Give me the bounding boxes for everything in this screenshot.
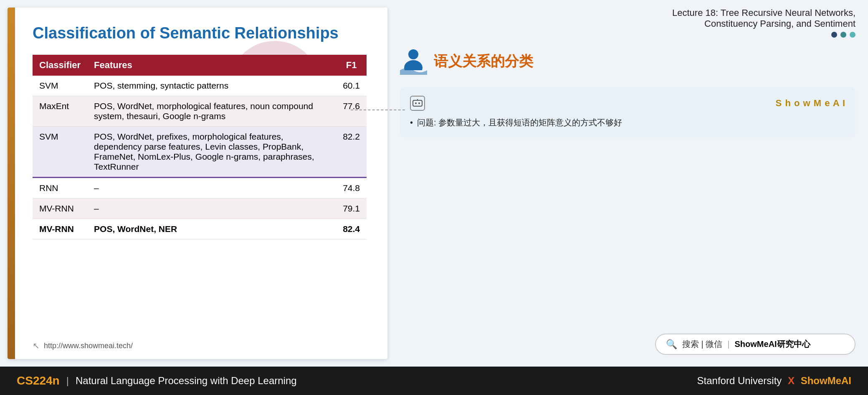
cell-f1: 82.2 xyxy=(336,127,367,178)
cell-classifier: MV-RNN xyxy=(33,219,87,240)
search-bar[interactable]: 🔍 搜索 | 微信 | ShowMeAI研究中心 xyxy=(655,334,855,355)
slide-title: Classification of Semantic Relationships xyxy=(33,24,367,42)
ai-icon xyxy=(410,96,425,111)
svg-rect-3 xyxy=(413,100,422,106)
cell-f1: 74.8 xyxy=(336,178,367,199)
footer-link[interactable]: http://www.showmeai.tech/ xyxy=(44,341,133,350)
bottom-bar: CS224n | Natural Language Processing wit… xyxy=(0,367,868,395)
table-row: MaxEnt POS, WordNet, morphological featu… xyxy=(33,96,367,127)
cell-features: POS, WordNet, prefixes, morphological fe… xyxy=(87,127,336,178)
dots-container xyxy=(672,32,855,38)
right-header: Lecture 18: Tree Recursive Neural Networ… xyxy=(400,8,855,38)
chat-header: S h o w M e A I xyxy=(410,96,845,111)
main-container: Classification of Semantic Relationships… xyxy=(0,0,868,395)
search-divider: | xyxy=(727,339,729,349)
stanford-label: Stanford University xyxy=(697,375,782,386)
cell-features: – xyxy=(87,178,336,199)
table-row: RNN – 74.8 xyxy=(33,178,367,199)
table-row: SVM POS, stemming, syntactic patterns 60… xyxy=(33,76,367,96)
cell-classifier: MV-RNN xyxy=(33,199,87,219)
cell-classifier: RNN xyxy=(33,178,87,199)
dot-teal xyxy=(840,32,846,38)
cell-features: – xyxy=(87,199,336,219)
classifier-table: Classifier Features F1 SVM POS, stemming… xyxy=(33,55,367,240)
search-icon: 🔍 xyxy=(666,339,677,350)
content-area: Classification of Semantic Relationships… xyxy=(0,0,868,367)
showmeai-brand: S h o w M e A I xyxy=(776,98,845,109)
lecture-text-block: Lecture 18: Tree Recursive Neural Networ… xyxy=(672,8,855,38)
dashed-connector xyxy=(351,110,405,110)
cell-classifier: MaxEnt xyxy=(33,96,87,127)
bottom-right: Stanford University X ShowMeAI xyxy=(697,375,851,387)
slide-footer: ↖ http://www.showmeai.tech/ xyxy=(33,341,133,351)
col-header-f1: F1 xyxy=(336,55,367,76)
chat-bullet: • 问题: 参数量过大，且获得短语的矩阵意义的方式不够好 xyxy=(410,116,845,129)
cs224n-label: CS224n xyxy=(17,374,60,387)
chat-box: S h o w M e A I • 问题: 参数量过大，且获得短语的矩阵意义的方… xyxy=(400,87,855,138)
slide-panel: Classification of Semantic Relationships… xyxy=(8,8,387,359)
person-icon xyxy=(400,48,427,75)
svg-point-0 xyxy=(408,49,418,59)
footer-subtitle: Natural Language Processing with Deep Le… xyxy=(76,375,297,387)
table-row: MV-RNN POS, WordNet, NER 82.4 xyxy=(33,219,367,240)
bottom-left: CS224n | Natural Language Processing wit… xyxy=(17,374,297,387)
cursor-icon: ↖ xyxy=(33,341,40,351)
search-brand: ShowMeAI研究中心 xyxy=(735,339,810,350)
cell-features: POS, stemming, syntactic patterns xyxy=(87,76,336,96)
col-header-features: Features xyxy=(87,55,336,76)
x-separator: X xyxy=(788,375,797,386)
svg-point-5 xyxy=(418,102,420,104)
dot-dark xyxy=(831,32,837,38)
cell-classifier: SVM xyxy=(33,76,87,96)
chat-text: 问题: 参数量过大，且获得短语的矩阵意义的方式不够好 xyxy=(417,116,622,129)
table-row: MV-RNN – 79.1 xyxy=(33,199,367,219)
cell-f1: 79.1 xyxy=(336,199,367,219)
dot-teal2 xyxy=(850,32,855,38)
showmeai-footer-label: ShowMeAI xyxy=(801,375,851,386)
chat-content: • 问题: 参数量过大，且获得短语的矩阵意义的方式不够好 xyxy=(410,116,845,129)
separator: | xyxy=(66,375,69,387)
bottom-search-row: 🔍 搜索 | 微信 | ShowMeAI研究中心 xyxy=(400,334,855,359)
right-panel: Lecture 18: Tree Recursive Neural Networ… xyxy=(387,0,868,367)
cell-f1: 60.1 xyxy=(336,76,367,96)
cell-f1: 82.4 xyxy=(336,219,367,240)
cell-features: POS, WordNet, NER xyxy=(87,219,336,240)
cell-f1: 77.6 xyxy=(336,96,367,127)
bullet-point: • xyxy=(410,116,413,129)
col-header-classifier: Classifier xyxy=(33,55,87,76)
svg-point-4 xyxy=(415,102,417,104)
cell-classifier: SVM xyxy=(33,127,87,178)
table-row: SVM POS, WordNet, prefixes, morphologica… xyxy=(33,127,367,178)
search-label: 搜索 | 微信 xyxy=(682,339,722,350)
cell-features: POS, WordNet, morphological features, no… xyxy=(87,96,336,127)
chinese-title: 语义关系的分类 xyxy=(434,52,533,71)
lecture-line2: Constituency Parsing, and Sentiment xyxy=(672,18,855,29)
lecture-line1: Lecture 18: Tree Recursive Neural Networ… xyxy=(672,8,855,18)
chinese-title-section: 语义关系的分类 xyxy=(400,48,855,75)
